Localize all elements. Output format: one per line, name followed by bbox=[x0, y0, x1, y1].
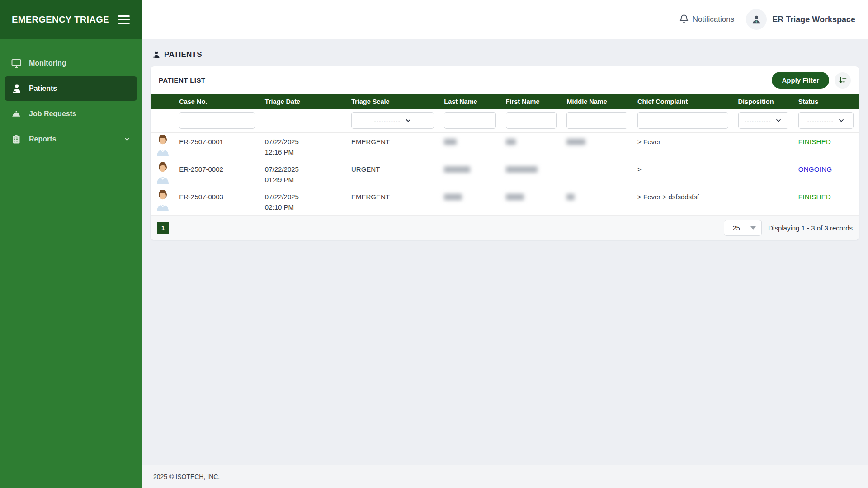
status-badge: FINISHED bbox=[794, 133, 859, 160]
cell-case-no: ER-2507-0002 bbox=[175, 160, 260, 188]
workspace-label: ER Triage Workspace bbox=[772, 15, 855, 24]
column-header-triage-scale: Triage Scale bbox=[347, 98, 439, 105]
patient-icon bbox=[11, 83, 22, 94]
table-row[interactable]: ER-2507-0002 07/22/2025 01:49 PM URGENT … bbox=[151, 160, 859, 188]
patient-avatar bbox=[151, 160, 175, 188]
panel-header: PATIENT LIST Apply Filter bbox=[151, 66, 859, 94]
cell-last-name-redacted bbox=[439, 133, 501, 160]
patient-icon bbox=[151, 50, 160, 59]
workspace-menu[interactable]: ER Triage Workspace bbox=[746, 9, 855, 30]
pagination-bar: 1 25 Displaying 1 - 3 of 3 records bbox=[151, 216, 859, 240]
cell-disposition bbox=[734, 160, 794, 188]
panel-actions: Apply Filter bbox=[772, 72, 851, 89]
cell-triage-scale: URGENT bbox=[347, 160, 439, 188]
filter-disposition-select[interactable]: ----------- bbox=[738, 112, 788, 129]
cell-triage-date: 07/22/2025 12:16 PM bbox=[260, 133, 347, 160]
notifications-button[interactable]: Notifications bbox=[678, 14, 735, 25]
patient-list-panel: PATIENT LIST Apply Filter bbox=[151, 66, 859, 240]
footer: 2025 © ISOTECH, INC. bbox=[142, 465, 868, 488]
column-header-chief-complaint: Chief Complaint bbox=[633, 98, 734, 105]
filter-first-name-input[interactable] bbox=[506, 112, 557, 129]
cell-case-no: ER-2507-0003 bbox=[175, 188, 260, 215]
cell-middle-name-redacted bbox=[562, 188, 633, 215]
main-column: Notifications ER Triage Workspace bbox=[142, 0, 868, 488]
topbar: Notifications ER Triage Workspace bbox=[142, 0, 868, 39]
caret-down-icon bbox=[750, 226, 756, 230]
cell-middle-name-redacted bbox=[562, 160, 633, 188]
table-row[interactable]: ER-2507-0001 07/22/2025 12:16 PM EMERGEN… bbox=[151, 133, 859, 160]
column-header-last-name: Last Name bbox=[439, 98, 501, 105]
sidebar-nav: Monitoring Patients bbox=[0, 51, 142, 151]
sidebar-item-job-requests[interactable]: Job Requests bbox=[0, 102, 142, 126]
copyright-text: 2025 © ISOTECH, INC. bbox=[153, 473, 220, 480]
status-badge: FINISHED bbox=[794, 188, 859, 215]
filter-last-name-input[interactable] bbox=[444, 112, 495, 129]
sidebar-item-monitoring[interactable]: Monitoring bbox=[0, 51, 142, 75]
sidebar-item-reports[interactable]: Reports bbox=[0, 127, 142, 151]
cell-triage-date: 07/22/2025 02:10 PM bbox=[260, 188, 347, 215]
column-header-status: Status bbox=[794, 98, 859, 105]
filter-triage-scale-select[interactable]: ----------- bbox=[351, 112, 434, 129]
chevron-down-icon bbox=[405, 117, 411, 124]
page-1-button[interactable]: 1 bbox=[157, 222, 169, 234]
chevron-down-icon bbox=[838, 117, 844, 124]
patient-table: Case No. Triage Date Triage Scale Last N… bbox=[151, 94, 859, 216]
cell-middle-name-redacted bbox=[562, 133, 633, 160]
pagination-summary: Displaying 1 - 3 of 3 records bbox=[768, 224, 853, 232]
column-header-triage-date: Triage Date bbox=[260, 98, 347, 105]
patient-avatar bbox=[151, 188, 175, 215]
app-title: EMERGENCY TRIAGE bbox=[12, 14, 109, 25]
cell-first-name-redacted bbox=[501, 188, 562, 215]
status-badge: ONGOING bbox=[794, 160, 859, 188]
cell-last-name-redacted bbox=[439, 188, 501, 215]
table-row[interactable]: ER-2507-0003 07/22/2025 02:10 PM EMERGEN… bbox=[151, 188, 859, 216]
column-header-first-name: First Name bbox=[501, 98, 562, 105]
sidebar-item-label: Patients bbox=[29, 84, 57, 93]
cell-disposition bbox=[734, 133, 794, 160]
column-header-case-no: Case No. bbox=[175, 98, 260, 105]
sort-amount-icon bbox=[838, 76, 847, 85]
cell-chief-complaint: > Fever bbox=[633, 133, 734, 160]
sidebar-header: EMERGENCY TRIAGE bbox=[0, 0, 142, 39]
cell-triage-scale: EMERGENT bbox=[347, 133, 439, 160]
panel-title: PATIENT LIST bbox=[159, 76, 205, 84]
cell-last-name-redacted bbox=[439, 160, 501, 188]
sidebar-item-label: Reports bbox=[29, 135, 56, 143]
cell-chief-complaint: > Fever > dsfsddsfsf bbox=[633, 188, 734, 215]
apply-filter-button[interactable]: Apply Filter bbox=[772, 72, 829, 89]
sort-button[interactable] bbox=[835, 72, 851, 89]
cell-chief-complaint: > bbox=[633, 160, 734, 188]
hamburger-menu-icon[interactable] bbox=[118, 13, 130, 26]
app-root: EMERGENCY TRIAGE Monitoring bbox=[0, 0, 868, 488]
pagination-right: 25 Displaying 1 - 3 of 3 records bbox=[724, 220, 853, 236]
filter-status-select[interactable]: ----------- bbox=[798, 112, 854, 129]
cell-triage-scale: EMERGENT bbox=[347, 188, 439, 215]
cell-triage-date: 07/22/2025 01:49 PM bbox=[260, 160, 347, 188]
sidebar-item-label: Job Requests bbox=[29, 110, 76, 118]
cell-first-name-redacted bbox=[501, 160, 562, 188]
filter-chief-complaint-input[interactable] bbox=[637, 112, 728, 129]
monitor-icon bbox=[11, 58, 22, 69]
cell-first-name-redacted bbox=[501, 133, 562, 160]
chevron-down-icon bbox=[123, 136, 131, 143]
content-area: PATIENTS PATIENT LIST Apply Filter bbox=[142, 39, 868, 465]
clipboard-icon bbox=[11, 134, 22, 145]
sidebar-item-label: Monitoring bbox=[29, 59, 66, 67]
column-header-middle-name: Middle Name bbox=[562, 98, 633, 105]
table-filter-row: ----------- ----------- bbox=[151, 109, 859, 133]
bell-icon bbox=[678, 14, 690, 25]
filter-middle-name-input[interactable] bbox=[566, 112, 627, 129]
sidebar-item-patients[interactable]: Patients bbox=[5, 76, 137, 101]
notifications-label: Notifications bbox=[693, 15, 735, 24]
page-size-select[interactable]: 25 bbox=[724, 220, 762, 236]
cell-case-no: ER-2507-0001 bbox=[175, 133, 260, 160]
sidebar: EMERGENCY TRIAGE Monitoring bbox=[0, 0, 142, 488]
avatar bbox=[746, 9, 767, 30]
filter-case-no-input[interactable] bbox=[179, 112, 255, 129]
patient-avatar bbox=[151, 133, 175, 160]
chevron-down-icon bbox=[775, 117, 782, 124]
cloche-icon bbox=[11, 108, 22, 119]
page-title: PATIENTS bbox=[151, 50, 859, 59]
column-header-disposition: Disposition bbox=[734, 98, 794, 105]
cell-disposition bbox=[734, 188, 794, 215]
